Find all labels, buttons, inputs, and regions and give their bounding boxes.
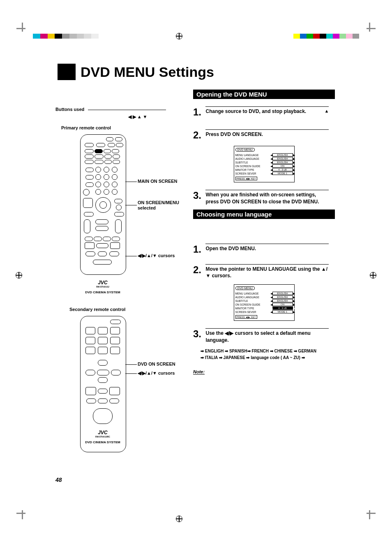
step-2-2-text: Move the pointer to MENU LANGUAGE using … <box>205 264 329 280</box>
osd-row: SCREEN SEVERMODE 1◀▶ <box>235 172 293 175</box>
crop-mark <box>369 510 370 519</box>
primary-remote-label: Primary remote control <box>61 125 179 130</box>
osd-row: MENU LANGUAGEENGLISH◀▶ <box>235 153 293 157</box>
osd-row: SUBTITLEENGLISH◀▶ <box>235 299 293 302</box>
osd-row-label: MENU LANGUAGE <box>235 292 262 295</box>
callout-cursors-1: ◀/▶/▲/▼ cursors <box>138 253 183 258</box>
remote-system-1: DVD CINEMA SYSTEM <box>80 290 125 294</box>
osd-dvd-menu-2: DVD MENU MENU LANGUAGEENGLISH◀▶AUDIO LAN… <box>234 284 295 321</box>
remote-system-2: DVD CINEMA SYSTEM <box>80 440 125 444</box>
step-1-2: 2. Press DVD ON SCREEN. <box>193 129 335 141</box>
osd-row-value: ENGLISH◀▶ <box>272 157 293 160</box>
callout-main-on-screen: MAIN ON SCREEN <box>138 179 183 184</box>
osd-row: SUBTITLEENGLISH◀▶ <box>235 161 293 164</box>
step-1-3-text: When you are finished with on-screen set… <box>205 190 329 205</box>
step-1-3: 3. When you are finished with on-screen … <box>193 190 335 205</box>
osd-row: MINITOR TYPE4 : 3 LB◀▶ <box>235 168 293 171</box>
registration-mark-bottom <box>176 516 182 522</box>
osd-row-value: ENGLISH◀▶ <box>272 161 293 164</box>
secondary-remote-label: Secondary remote control <box>69 307 179 312</box>
crop-mark <box>367 28 376 29</box>
callout-on-screen-menu: ON SCREEN/MENU selected <box>138 200 183 211</box>
osd-row-label: SUBTITLE <box>235 299 262 302</box>
osd-row: MINITOR TYPE4 : 3 LB◀▶ <box>235 306 293 310</box>
crop-mark <box>367 513 376 514</box>
step-2-1-text: Open the DVD MENU. <box>205 244 329 252</box>
page-title-block: DVD MENU Settings <box>58 64 214 80</box>
osd-row-value: ON◀▶ <box>272 164 293 168</box>
step-2-3-text: Use the ◀/▶ cursors to select a default … <box>205 328 329 344</box>
osd-row-value: ENGLISH◀▶ <box>272 295 293 299</box>
remote-model-1: RM-STHA10J <box>80 286 125 288</box>
step-2-3: 3. Use the ◀/▶ cursors to select a defau… <box>193 328 335 344</box>
cmyk-bar-right <box>293 34 359 39</box>
osd-row-label: AUDIO LANGUAGE <box>235 296 262 299</box>
registration-mark-right <box>370 272 376 279</box>
eject-icon: ▲ <box>325 108 329 114</box>
osd-row: ON SCREEN GUIDEON◀▶ <box>235 303 293 306</box>
osd-row-value: ON◀▶ <box>272 303 293 306</box>
osd-row-value: MODE 1◀▶ <box>272 172 293 175</box>
osd-row-value: ENGLISH◀▶ <box>272 153 293 157</box>
buttons-used-label: Buttons used <box>55 107 84 112</box>
osd-row: AUDIO LANGUAGEENGLISH◀▶ <box>235 295 293 299</box>
osd-row-label: SCREEN SEVER <box>235 172 262 175</box>
remote-brand-1: JVC <box>80 280 125 286</box>
crop-mark <box>22 23 23 32</box>
section-opening-dvd-menu: Opening the DVD MENU <box>193 90 335 99</box>
osd-row: AUDIO LANGUAGEENGLISH◀▶ <box>235 157 293 160</box>
osd-row-label: MINITOR TYPE <box>235 307 262 310</box>
remote-model-2: RM-STHA10RC <box>80 435 125 438</box>
crop-mark <box>369 23 370 32</box>
osd-row-label: MENU LANGUAGE <box>235 154 262 157</box>
osd-row-label: ON SCREEN GUIDE <box>235 165 262 168</box>
osd-footer-2: PRESS ◀ ▶ KEY <box>235 315 257 319</box>
osd-row-label: AUDIO LANGUAGE <box>235 157 262 160</box>
osd-row-label: ON SCREEN GUIDE <box>235 303 262 306</box>
step-1-2-text: Press DVD ON SCREEN. <box>205 129 329 138</box>
osd-row: SCREEN SEVERMODE 1◀▶ <box>235 310 293 313</box>
language-sequence-2: ➡ ITALIA ➡ JAPANESE ➡ language code ( AA… <box>201 355 335 361</box>
crop-mark <box>22 510 23 519</box>
osd-footer: PRESS ◀ ▶ KEY <box>235 177 257 180</box>
title-square-icon <box>58 64 76 80</box>
osd-row-value: ENGLISH◀▶ <box>272 299 293 302</box>
step-1-1: 1. Change source to DVD, and stop playba… <box>193 106 335 118</box>
registration-mark-left <box>16 272 22 279</box>
registration-mark-top <box>176 33 182 39</box>
page-title: DVD MENU Settings <box>81 64 214 80</box>
osd-row-label: SUBTITLE <box>235 161 262 164</box>
step-2-1: 1. Open the DVD MENU. <box>193 244 335 255</box>
osd-row-value: MODE 1◀▶ <box>272 310 293 313</box>
language-sequence: ➡ ENGLIGH ➡ SPANISH➡ FRENCH ➡ CHINESE ➡ … <box>201 348 335 361</box>
left-column: Buttons used ◀ ▶ ▲ ▼ Primary remote cont… <box>55 107 179 464</box>
cursor-symbol-glyphs: ◀ ▶ ▲ ▼ <box>97 114 179 120</box>
osd-row: ON SCREEN GUIDEON◀▶ <box>235 164 293 168</box>
crop-mark <box>16 28 25 29</box>
osd-row-label: SCREEN SEVER <box>235 311 262 313</box>
note-label: Note: <box>193 369 205 375</box>
osd-title-2: DVD MENU <box>235 286 255 290</box>
osd-row-value: 4 : 3 LB◀▶ <box>272 168 293 171</box>
crop-mark <box>16 513 25 514</box>
osd-row-label: MINITOR TYPE <box>235 168 262 171</box>
osd-row-value: 4 : 3 LB◀▶ <box>272 306 293 310</box>
document-page: { "page_number": "48", "title": "DVD MEN… <box>0 0 392 555</box>
osd-title: DVD MENU <box>235 148 255 152</box>
callout-cursors-2: ◀/▶/▲/▼ cursors <box>138 371 183 376</box>
page-number: 48 <box>55 477 62 483</box>
cmyk-bar-left <box>33 34 99 39</box>
osd-row-value: ENGLISH◀▶ <box>272 292 293 295</box>
step-1-1-text: Change source to DVD, and stop playback. <box>205 108 306 114</box>
osd-row: MENU LANGUAGEENGLISH◀▶ <box>235 292 293 295</box>
remote-brand-2: JVC <box>80 430 125 435</box>
language-sequence-1: ➡ ENGLIGH ➡ SPANISH➡ FRENCH ➡ CHINESE ➡ … <box>201 348 335 355</box>
primary-remote-diagram <box>80 134 126 275</box>
step-2-2: 2. Move the pointer to MENU LANGUAGE usi… <box>193 264 335 280</box>
osd-dvd-menu-1: DVD MENU MENU LANGUAGEENGLISH◀▶AUDIO LAN… <box>234 146 295 182</box>
callout-dvd-on-screen: DVD ON SCREEN <box>138 362 183 366</box>
section-choosing-menu-language: Choosing menu language <box>193 210 335 219</box>
right-column: Opening the DVD MENU 1. Change source to… <box>193 90 335 375</box>
